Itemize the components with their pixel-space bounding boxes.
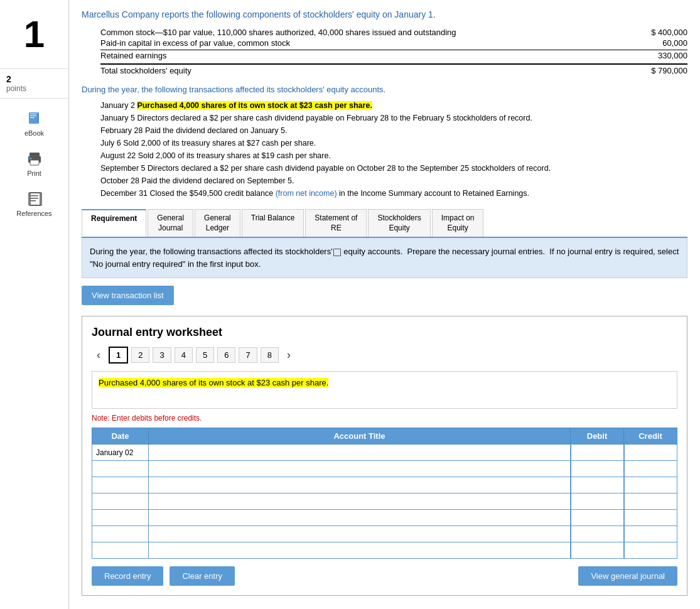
credit-input-3[interactable]: [627, 497, 675, 506]
sidebar-nav: eBook Print: [0, 99, 68, 222]
page-num-5[interactable]: 5: [196, 347, 214, 363]
transaction-description-box: Purchased 4,000 shares of its own stock …: [92, 371, 677, 409]
debit-cell-3[interactable]: [571, 493, 624, 510]
page-num-7[interactable]: 7: [239, 347, 257, 363]
account-cell-2[interactable]: [149, 477, 571, 493]
tabs-container: Requirement GeneralJournal GeneralLedger…: [82, 209, 687, 278]
account-input-4[interactable]: [151, 514, 568, 522]
view-transaction-list-button[interactable]: View transaction list: [82, 286, 174, 305]
ebook-label: eBook: [24, 129, 44, 137]
debit-input-0[interactable]: [574, 448, 621, 457]
credit-cell-6[interactable]: [624, 542, 677, 559]
prev-page-button[interactable]: ‹: [92, 347, 105, 364]
account-cell-1[interactable]: [149, 461, 571, 477]
page-num-8[interactable]: 8: [261, 347, 279, 363]
credit-input-2[interactable]: [627, 481, 675, 490]
debit-input-2[interactable]: [574, 481, 621, 490]
page-num-3[interactable]: 3: [153, 347, 171, 363]
credit-input-0[interactable]: [627, 448, 675, 457]
credit-cell-5[interactable]: [624, 526, 677, 542]
sidebar-item-references[interactable]: References: [6, 185, 63, 222]
debit-cell-6[interactable]: [571, 542, 624, 559]
credit-cell-1[interactable]: [624, 461, 677, 477]
account-input-1[interactable]: [151, 465, 568, 473]
debit-cell-1[interactable]: [571, 461, 624, 477]
equity-value-2: 330,000: [625, 51, 687, 60]
debit-cell-5[interactable]: [571, 526, 624, 542]
tab-statement-re[interactable]: Statement ofRE: [305, 209, 367, 237]
table-row: [92, 542, 677, 559]
account-input-5[interactable]: [151, 530, 568, 539]
equity-label-2: Retained earnings: [100, 51, 625, 60]
transaction-date-1: January 5: [100, 114, 137, 122]
svg-rect-3: [30, 117, 35, 118]
equity-row-2: Retained earnings 330,000: [100, 50, 687, 61]
action-buttons: Record entry Clear entry View general jo…: [92, 566, 677, 586]
transaction-item-3: July 6 Sold 2,000 of its treasury shares…: [100, 137, 687, 149]
sidebar-item-print[interactable]: Print: [6, 145, 63, 182]
account-cell-6[interactable]: [149, 542, 571, 559]
page-num-4[interactable]: 4: [175, 347, 193, 363]
journal-worksheet-title: Journal entry worksheet: [92, 326, 677, 339]
credit-input-5[interactable]: [627, 530, 675, 539]
equity-total-value: $ 790,000: [625, 66, 687, 75]
transaction-text-7: Closed the $549,500 credit balance (from…: [150, 189, 530, 198]
page-num-6[interactable]: 6: [217, 347, 235, 363]
debit-cell-0[interactable]: [571, 445, 624, 461]
transaction-date-2: February 28: [100, 126, 145, 135]
credit-input-4[interactable]: [627, 514, 675, 522]
clear-entry-button[interactable]: Clear entry: [170, 566, 235, 586]
debit-input-1[interactable]: [574, 465, 621, 473]
debit-cell-2[interactable]: [571, 477, 624, 493]
page-num-2[interactable]: 2: [131, 347, 149, 363]
date-cell-1: [92, 461, 149, 477]
next-page-button[interactable]: ›: [282, 347, 296, 364]
account-cell-5[interactable]: [149, 526, 571, 542]
view-general-journal-button[interactable]: View general journal: [578, 566, 677, 586]
tab-general-journal[interactable]: GeneralJournal: [148, 209, 193, 237]
tab-stockholders-equity[interactable]: StockholdersEquity: [368, 209, 430, 237]
debit-cell-4[interactable]: [571, 510, 624, 526]
account-input-2[interactable]: [151, 481, 568, 490]
credit-input-1[interactable]: [627, 465, 675, 473]
equity-table: Common stock—$10 par value, 110,000 shar…: [100, 27, 687, 75]
tab-requirement[interactable]: Requirement: [82, 209, 146, 237]
transaction-item-6: October 28 Paid the dividend declared on…: [100, 175, 687, 187]
debit-input-5[interactable]: [574, 530, 621, 539]
account-cell-4[interactable]: [149, 510, 571, 526]
debit-input-6[interactable]: [574, 546, 621, 555]
table-row: [92, 493, 677, 510]
credit-cell-4[interactable]: [624, 510, 677, 526]
credit-cell-3[interactable]: [624, 493, 677, 510]
account-input-0[interactable]: [151, 448, 568, 457]
question-title: Marcellus Company reports the following …: [82, 9, 687, 19]
tab-content: During the year, the following transacti…: [82, 238, 687, 278]
record-entry-button[interactable]: Record entry: [92, 566, 163, 586]
account-input-3[interactable]: [151, 497, 568, 506]
credit-cell-0[interactable]: [624, 445, 677, 461]
print-icon: [26, 150, 43, 168]
debit-input-3[interactable]: [574, 497, 621, 506]
debit-input-4[interactable]: [574, 514, 621, 522]
tab-general-ledger[interactable]: GeneralLedger: [195, 209, 240, 237]
sidebar-item-ebook[interactable]: eBook: [6, 105, 63, 142]
tab-trial-balance[interactable]: Trial Balance: [242, 209, 304, 237]
account-cell-0[interactable]: [149, 445, 571, 461]
journal-worksheet: Journal entry worksheet ‹ 1 2 3 4 5 6 7 …: [82, 316, 687, 596]
transaction-date-6: October 28: [100, 176, 141, 185]
transaction-date-5: September 5: [100, 164, 148, 173]
equity-label-1: Paid-in capital in excess of par value, …: [100, 38, 625, 48]
transaction-date-0: January 2: [100, 101, 137, 110]
credit-cell-2[interactable]: [624, 477, 677, 493]
note-text: Note: Enter debits before credits.: [92, 414, 677, 423]
sidebar: 1 2 points eBook: [0, 0, 69, 609]
transaction-date-4: August 22: [100, 151, 138, 160]
account-cell-3[interactable]: [149, 493, 571, 510]
page-num-1[interactable]: 1: [109, 347, 128, 364]
credit-input-6[interactable]: [627, 546, 675, 555]
tab-impact-equity[interactable]: Impact onEquity: [432, 209, 484, 237]
table-row: [92, 477, 677, 493]
table-row: [92, 526, 677, 542]
points-section: 2 points: [0, 69, 68, 99]
account-input-6[interactable]: [151, 546, 568, 555]
